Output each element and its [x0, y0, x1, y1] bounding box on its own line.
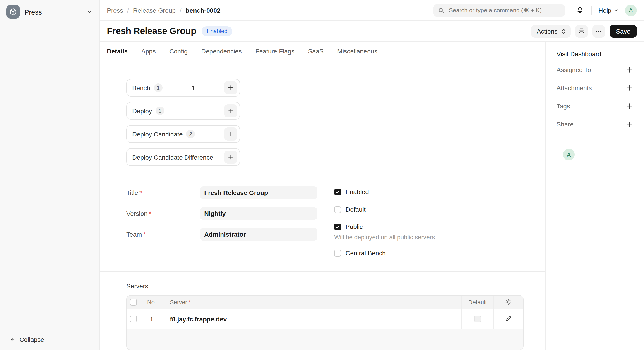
central-bench-checkbox[interactable] [334, 250, 341, 256]
add-tag-plus-icon[interactable] [626, 103, 633, 110]
assigned-to-label: Assigned To [556, 66, 591, 74]
server-table-row[interactable]: 1 f8.jay.fc.frappe.dev [127, 309, 523, 329]
command-search[interactable] [434, 4, 565, 17]
details-form-section: Title* Fresh Release Group Version* Nigh… [100, 175, 545, 271]
link-card-label: Deploy [132, 107, 152, 115]
search-icon [438, 7, 444, 13]
tab-config[interactable]: Config [170, 42, 188, 61]
link-card-deploy-candidate[interactable]: Deploy Candidate 2 [126, 125, 240, 143]
field-row-version: Version* Nightly [126, 207, 318, 220]
app-window: Press Collapse Press / Release Group / b… [0, 0, 644, 350]
field-row-team: Team* Administrator [126, 228, 318, 241]
side-panel-divider [546, 135, 644, 135]
row-number: 1 [140, 309, 163, 329]
add-deploy-candidate-button[interactable] [224, 127, 237, 141]
status-badge: Enabled [202, 26, 232, 36]
default-label: Default [346, 206, 366, 213]
main-column: Press / Release Group / bench-0002 [100, 0, 644, 350]
row-default-checkbox[interactable] [474, 315, 481, 322]
form-checkboxes: Enabled Default Public Will be de [334, 186, 435, 271]
public-checkbox[interactable] [334, 223, 341, 230]
breadcrumb-current: bench-0002 [186, 7, 220, 14]
central-bench-checkbox-row[interactable]: Central Bench [334, 248, 435, 257]
select-all-checkbox[interactable] [130, 299, 137, 305]
notifications-button[interactable] [575, 5, 585, 16]
more-options-button[interactable] [592, 25, 605, 38]
open-count: 1 [162, 84, 224, 91]
link-card-deploy[interactable]: Deploy 1 [126, 102, 240, 120]
share-row[interactable]: Share [556, 115, 633, 133]
add-attachment-plus-icon[interactable] [626, 84, 633, 92]
save-button[interactable]: Save [610, 25, 637, 38]
breadcrumb-press[interactable]: Press [107, 7, 123, 14]
collapse-sidebar-button[interactable]: Collapse [0, 329, 99, 350]
link-card-label: Deploy Candidate Difference [132, 153, 213, 161]
link-card-label: Bench [132, 84, 150, 91]
tags-label: Tags [556, 103, 570, 110]
tab-dependencies[interactable]: Dependencies [201, 42, 242, 61]
tab-miscellaneous[interactable]: Miscellaneous [337, 42, 377, 61]
help-menu[interactable]: Help [598, 7, 619, 14]
field-row-title: Title* Fresh Release Group [126, 186, 318, 199]
viewer-avatar[interactable]: A [563, 149, 575, 161]
press-logo-icon [6, 5, 20, 19]
add-deploy-candidate-difference-button[interactable] [224, 151, 237, 164]
tab-saas[interactable]: SaaS [308, 42, 324, 61]
link-card-deploy-candidate-difference[interactable]: Deploy Candidate Difference [126, 148, 240, 166]
public-description: Will be deployed on all public servers [334, 234, 435, 241]
edit-row-pencil-icon[interactable] [505, 315, 512, 322]
version-label: Version [126, 210, 148, 217]
tags-row[interactable]: Tags [556, 97, 633, 115]
add-share-plus-icon[interactable] [626, 121, 633, 128]
add-bench-button[interactable] [224, 81, 237, 94]
printer-icon [578, 28, 585, 35]
page-title: Fresh Release Group [107, 26, 196, 36]
version-field[interactable]: Nightly [200, 207, 318, 220]
row-select-checkbox[interactable] [130, 315, 137, 322]
public-label: Public [346, 223, 363, 230]
assigned-to-row[interactable]: Assigned To [556, 61, 633, 79]
enabled-checkbox-row[interactable]: Enabled [334, 187, 435, 196]
server-name-cell: f8.jay.fc.frappe.dev [170, 315, 227, 322]
navbar-divider [592, 6, 592, 14]
tab-details[interactable]: Details [107, 42, 128, 61]
tab-apps[interactable]: Apps [141, 42, 156, 61]
chevron-down-icon [86, 9, 93, 15]
visit-dashboard-link[interactable]: Visit Dashboard [556, 50, 633, 58]
add-deploy-button[interactable] [224, 104, 237, 117]
sidebar: Press Collapse [0, 0, 100, 350]
navbar-right: Help A [575, 4, 637, 16]
user-avatar[interactable]: A [625, 4, 637, 16]
title-field[interactable]: Fresh Release Group [200, 186, 318, 199]
save-label: Save [616, 28, 630, 35]
tab-feature-flags[interactable]: Feature Flags [256, 42, 294, 61]
default-checkbox[interactable] [334, 206, 341, 213]
breadcrumb-release-group[interactable]: Release Group [133, 7, 176, 14]
servers-table: No. Server* Default [126, 295, 524, 350]
share-label: Share [556, 121, 574, 128]
table-settings-gear-icon[interactable] [505, 299, 512, 305]
app-switcher[interactable]: Press [0, 0, 99, 24]
public-checkbox-row[interactable]: Public [334, 222, 435, 231]
link-card-label: Deploy Candidate [132, 130, 183, 138]
top-navbar: Press / Release Group / bench-0002 [100, 0, 644, 21]
count-badge: 1 [154, 83, 162, 92]
servers-section: Servers No. Server* Default [100, 271, 545, 350]
enabled-checkbox[interactable] [334, 188, 341, 195]
linked-documents-section: Bench 1 1 Deploy 1 [100, 61, 545, 175]
required-marker: * [143, 231, 146, 238]
required-marker: * [189, 299, 191, 305]
servers-section-label: Servers [126, 282, 538, 290]
link-card-bench[interactable]: Bench 1 1 [126, 79, 240, 97]
actions-button[interactable]: Actions [531, 25, 571, 38]
central-bench-label: Central Bench [346, 249, 386, 257]
enabled-label: Enabled [346, 188, 369, 195]
count-badge: 2 [186, 130, 195, 138]
print-button[interactable] [575, 25, 588, 38]
search-input[interactable] [448, 6, 560, 14]
add-assignment-plus-icon[interactable] [626, 66, 633, 74]
team-field[interactable]: Administrator [200, 228, 318, 241]
content-row: Details Apps Config Dependencies Feature… [100, 42, 644, 350]
default-checkbox-row[interactable]: Default [334, 205, 435, 214]
attachments-row[interactable]: Attachments [556, 79, 633, 97]
